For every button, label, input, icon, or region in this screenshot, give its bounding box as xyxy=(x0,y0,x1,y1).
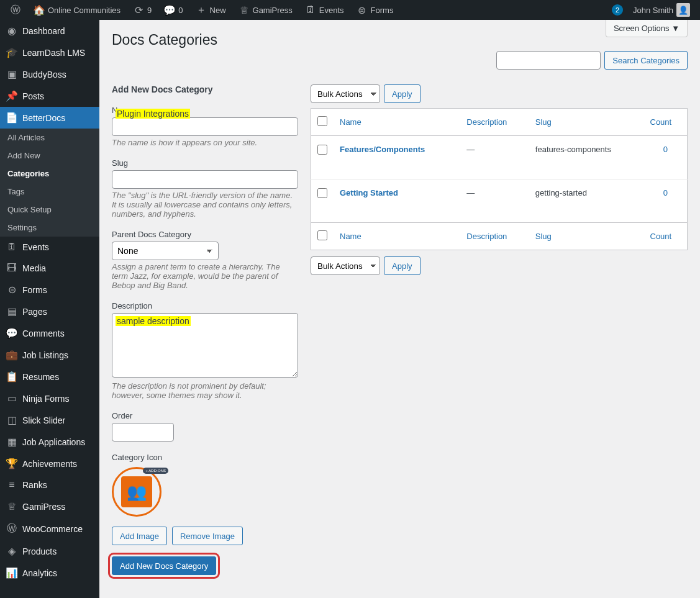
new-link[interactable]: ＋New xyxy=(191,0,231,20)
slug-field[interactable] xyxy=(112,170,298,189)
screen-options-toggle[interactable]: Screen Options ▼ xyxy=(606,20,688,37)
sidebar-item-ranks[interactable]: ≡Ranks xyxy=(0,474,99,496)
pin-icon: 📌 xyxy=(6,90,17,102)
slider-icon: ◫ xyxy=(6,414,17,426)
sidebar-item-label: Dashboard xyxy=(22,26,65,36)
name-field[interactable] xyxy=(112,117,298,136)
sidebar-item-products[interactable]: ◈Products xyxy=(0,540,99,562)
col-count[interactable]: Count xyxy=(650,117,672,127)
row-name[interactable]: Features/Components xyxy=(340,145,425,154)
search-input[interactable] xyxy=(496,51,601,70)
people-icon: 👥 xyxy=(121,476,152,507)
notification-badge[interactable]: 2 xyxy=(612,4,623,16)
col-description[interactable]: Description xyxy=(466,232,507,241)
row-count[interactable]: 0 xyxy=(663,188,668,197)
submit-button[interactable]: Add New Docs Category xyxy=(112,556,216,575)
gamipress-label: GamiPress xyxy=(253,6,293,15)
wp-logo[interactable]: ⓦ xyxy=(5,0,26,20)
sidebar-item-ninja-forms[interactable]: ▭Ninja Forms xyxy=(0,387,99,409)
sidebar-item-posts[interactable]: 📌Posts xyxy=(0,85,99,107)
sidebar-sub-add-new[interactable]: Add New xyxy=(0,147,99,165)
row-count[interactable]: 0 xyxy=(663,145,668,154)
sidebar-sub-settings[interactable]: Settings xyxy=(0,219,99,237)
buddyboss-icon: ▣ xyxy=(6,68,17,80)
sidebar-item-woocommerce[interactable]: ⓌWooCommerce xyxy=(0,517,99,540)
sidebar-item-analytics[interactable]: 📊Analytics xyxy=(0,562,99,584)
forms-link[interactable]: ⊜Forms xyxy=(352,0,399,20)
sidebar-item-job-listings[interactable]: 💼Job Listings xyxy=(0,344,99,366)
col-name[interactable]: Name xyxy=(340,117,361,127)
sidebar-item-label: LearnDash LMS xyxy=(22,48,85,58)
row-checkbox[interactable] xyxy=(317,145,327,155)
sidebar-sub-categories[interactable]: Categories xyxy=(0,165,99,183)
sidebar-item-label: Slick Slider xyxy=(22,415,65,425)
gamipress-link[interactable]: ♕GamiPress xyxy=(234,0,298,20)
parent-select[interactable]: None xyxy=(112,242,219,260)
col-slug[interactable]: Slug xyxy=(535,232,552,241)
search-categories-button[interactable]: Search Categories xyxy=(604,51,688,70)
row-name[interactable]: Getting Started xyxy=(340,188,398,197)
sidebar-sub-tags[interactable]: Tags xyxy=(0,183,99,201)
row-checkbox[interactable] xyxy=(317,188,327,198)
sidebar-item-pages[interactable]: ▤Pages xyxy=(0,301,99,322)
updates-link[interactable]: ⟳9 xyxy=(128,0,157,20)
pages-icon: ▤ xyxy=(6,306,17,317)
description-field[interactable] xyxy=(112,313,298,378)
order-field[interactable] xyxy=(112,423,174,442)
site-link[interactable]: 🏠Online Communities xyxy=(29,0,125,20)
sidebar-item-betterdocs[interactable]: 📄BetterDocs xyxy=(0,107,99,129)
sidebar-item-learndash[interactable]: 🎓LearnDash LMS xyxy=(0,42,99,63)
updates-count: 9 xyxy=(147,6,152,15)
sidebar-item-events[interactable]: 🗓Events xyxy=(0,237,99,258)
products-icon: ◈ xyxy=(6,545,17,557)
col-count[interactable]: Count xyxy=(650,232,672,241)
parent-help: Assign a parent term to create a hierarc… xyxy=(112,262,298,290)
comments-link[interactable]: 💬0 xyxy=(159,0,188,20)
sidebar-item-achievements[interactable]: 🏆Achievements xyxy=(0,453,99,474)
sidebar-item-label: Events xyxy=(22,242,49,252)
events-link[interactable]: 🗓Events xyxy=(300,0,349,20)
apply-button-top[interactable]: Apply xyxy=(384,84,420,103)
sidebar-item-job-applications[interactable]: ▦Job Applications xyxy=(0,431,99,453)
wordpress-icon: ⓦ xyxy=(10,4,21,17)
admin-sidebar: ◉Dashboard 🎓LearnDash LMS ▣BuddyBoss 📌Po… xyxy=(0,20,99,598)
forms-label: Forms xyxy=(371,6,394,15)
sidebar-item-buddyboss[interactable]: ▣BuddyBoss xyxy=(0,63,99,85)
sidebar-item-gamipress[interactable]: ♕GamiPress xyxy=(0,496,99,517)
user-menu[interactable]: John Smith👤 xyxy=(628,0,695,20)
row-slug: features-components xyxy=(529,136,644,179)
new-label: New xyxy=(210,6,226,15)
sidebar-item-dashboard[interactable]: ◉Dashboard xyxy=(0,20,99,42)
sidebar-item-forms[interactable]: ⊜Forms xyxy=(0,279,99,301)
resume-icon: 📋 xyxy=(6,371,17,383)
select-all-checkbox-bottom[interactable] xyxy=(317,230,327,240)
name-help: The name is how it appears on your site. xyxy=(112,138,298,147)
col-name[interactable]: Name xyxy=(340,232,361,241)
woo-icon: Ⓦ xyxy=(6,522,17,535)
addon-badge: + ADD-ONS xyxy=(143,468,168,474)
category-icon-preview: 👥 + ADD-ONS xyxy=(112,467,161,517)
bulk-actions-select-bottom[interactable]: Bulk Actions xyxy=(311,256,380,275)
sidebar-item-media[interactable]: 🎞Media xyxy=(0,258,99,279)
select-all-checkbox-top[interactable] xyxy=(317,116,327,126)
icon-label: Category Icon xyxy=(112,453,298,462)
table-row: Getting Started — getting-started 0 xyxy=(311,179,688,223)
events-label: Events xyxy=(319,6,344,15)
description-label: Description xyxy=(112,301,298,310)
sidebar-item-comments[interactable]: 💬Comments xyxy=(0,322,99,344)
col-description[interactable]: Description xyxy=(466,117,507,127)
sidebar-item-slick-slider[interactable]: ◫Slick Slider xyxy=(0,409,99,431)
rank-icon: ≡ xyxy=(6,479,17,491)
sidebar-item-label: Pages xyxy=(22,307,47,317)
remove-image-button[interactable]: Remove Image xyxy=(172,527,243,545)
add-image-button[interactable]: Add Image xyxy=(112,527,167,545)
bulk-actions-select-top[interactable]: Bulk Actions xyxy=(311,84,380,103)
calendar-icon: 🗓 xyxy=(6,242,17,253)
sidebar-sub-quick-setup[interactable]: Quick Setup xyxy=(0,201,99,219)
sidebar-sub-all-articles[interactable]: All Articles xyxy=(0,129,99,147)
sidebar-item-label: GamiPress xyxy=(22,502,65,512)
sidebar-item-label: BetterDocs xyxy=(22,113,65,123)
sidebar-item-resumes[interactable]: 📋Resumes xyxy=(0,366,99,387)
col-slug[interactable]: Slug xyxy=(535,117,552,127)
apply-button-bottom[interactable]: Apply xyxy=(384,256,420,275)
